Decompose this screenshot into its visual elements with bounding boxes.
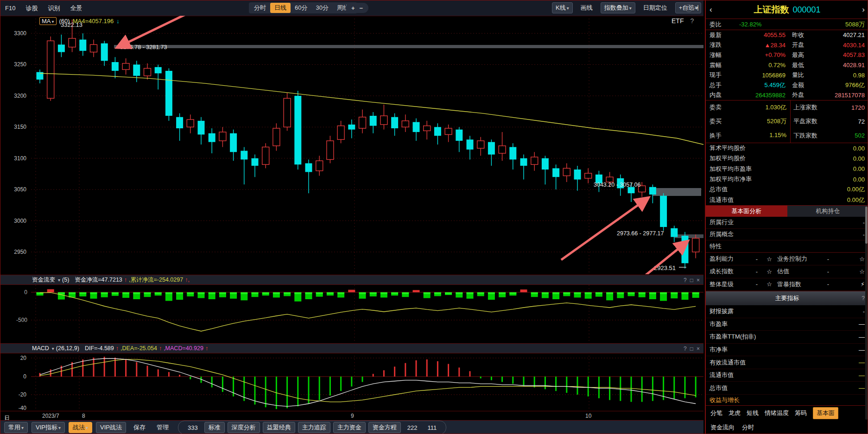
bottom-action-管理[interactable]: 管理: [153, 422, 172, 433]
average-row: 加权平均股价0.00: [706, 153, 868, 164]
star-value: -: [824, 256, 833, 263]
indicator-button-主力资金[interactable]: 主力资金: [333, 422, 366, 433]
bottom-menu-VIP指标[interactable]: VIP指标▾: [32, 422, 65, 433]
svg-text:3000: 3000: [14, 218, 26, 224]
period-tab-60分[interactable]: 60分: [291, 3, 311, 13]
pane-help-icon[interactable]: ?: [684, 277, 687, 283]
quote-label: 涨幅: [710, 51, 735, 59]
star-icon[interactable]: ☆: [761, 281, 777, 288]
pane-close-icon[interactable]: ×: [697, 277, 700, 283]
money-flow-chart[interactable]: 0-500: [0, 285, 703, 343]
indicator-button-333[interactable]: 333: [184, 423, 202, 432]
quote-value: ▲28.34: [735, 42, 786, 49]
quote-value: 264359882: [735, 92, 786, 99]
indicator-button-标准[interactable]: 标准: [204, 422, 225, 433]
top-menu-item-0[interactable]: F10: [5, 5, 15, 12]
zoom-in-button[interactable]: +: [351, 5, 355, 12]
pane-maximize-icon[interactable]: □: [690, 277, 693, 283]
bottom-menu-VIP战法[interactable]: VIP战法: [96, 422, 126, 433]
order-right: 下跌家数502: [790, 129, 868, 143]
pane-maximize-icon[interactable]: □: [690, 346, 693, 352]
metric-row: 市净率—: [706, 344, 868, 357]
zoom-out-button[interactable]: −: [360, 5, 363, 12]
main-indicator-header: 主要指标 ?: [706, 291, 868, 305]
up-arrow-icon: ↑: [159, 345, 162, 352]
panel-tab-分笔[interactable]: 分笔: [710, 409, 722, 417]
star-icon[interactable]: ☆: [833, 256, 865, 263]
svg-text:2973.66 - 2977.17: 2973.66 - 2977.17: [617, 230, 664, 237]
bottom-menu-战法[interactable]: 战法▾: [69, 422, 92, 433]
svg-text:0: 0: [23, 373, 26, 380]
indicator-button-益盟经典[interactable]: 益盟经典: [263, 422, 295, 433]
svg-text:-500: -500: [16, 317, 27, 323]
quote-label: 涨跌: [710, 41, 735, 49]
macd-dea-value: ,DEA=-25.054: [120, 345, 157, 352]
panel-tab-基本面[interactable]: 基本面: [813, 407, 838, 419]
indicator-button-深度分析[interactable]: 深度分析: [228, 422, 260, 433]
metric-value: —: [859, 346, 865, 353]
toolbar-button-K线[interactable]: K线▾: [552, 2, 573, 13]
period-tab-日线[interactable]: 日线: [270, 3, 291, 13]
pane-help-icon[interactable]: ?: [684, 346, 687, 352]
top-menu-item-2[interactable]: 识别: [48, 4, 60, 13]
indicator-button-222[interactable]: 222: [404, 423, 421, 432]
earnings-growth-link[interactable]: 收益与增长: [710, 396, 740, 404]
scrollbar-thumb[interactable]: [865, 207, 868, 244]
star-icon[interactable]: ☆: [833, 268, 865, 275]
toolbar-button-日期定位[interactable]: 日期定位: [640, 3, 671, 13]
panel-tab-情绪温度[interactable]: 情绪温度: [765, 409, 789, 417]
top-menu-item-1[interactable]: 诊股: [25, 4, 38, 13]
average-label: 流通市值: [710, 196, 847, 204]
next-stock-button[interactable]: ›: [862, 5, 865, 14]
order-value: 1.15%: [731, 132, 786, 140]
panel-tab-筹码[interactable]: 筹码: [795, 409, 807, 417]
svg-text:3300: 3300: [14, 30, 26, 37]
prev-stock-button[interactable]: ‹: [710, 5, 712, 14]
star-value: -: [824, 268, 833, 275]
info-row: 所属概念-: [706, 229, 868, 241]
bottom-menu-常用[interactable]: 常用▾: [4, 422, 28, 433]
top-menu-item-3[interactable]: 全景: [70, 4, 82, 13]
panel-tab-分时[interactable]: 分时: [742, 423, 754, 432]
section-help-icon[interactable]: ?: [862, 295, 865, 302]
x-date-label: 9: [351, 413, 354, 419]
tab-基本面分析[interactable]: 基本面分析: [706, 206, 787, 217]
main-kline-chart[interactable]: 330032503200315031003050300029503322.133…: [0, 16, 703, 274]
indicator-button-主力追踪[interactable]: 主力追踪: [298, 422, 330, 433]
metric-label: 有效流通市值: [710, 359, 859, 367]
indicator-button-资金方程[interactable]: 资金方程: [368, 422, 401, 433]
bottom-action-保存[interactable]: 保存: [130, 422, 149, 433]
metric-label: 市盈率: [710, 320, 859, 328]
period-tab-分时[interactable]: 分时: [250, 3, 270, 13]
panel-tab-龙虎[interactable]: 龙虎: [729, 409, 741, 417]
order-grid: 委卖1.030亿上涨家数1720委买5208万平盘家数72换手1.15%下跌家数…: [706, 101, 868, 143]
star-icon[interactable]: ☆: [761, 268, 777, 275]
panel-scrollbar[interactable]: [865, 207, 868, 420]
metric-value: —: [859, 372, 865, 379]
period-tab-30分[interactable]: 30分: [311, 3, 332, 13]
indicator-button-111[interactable]: 111: [424, 423, 440, 432]
quote-value: +0.70%: [735, 51, 786, 58]
toolbar-button-画线[interactable]: 画线: [577, 3, 596, 13]
macd-chart[interactable]: 200-20-40: [0, 352, 703, 411]
flow-title[interactable]: 资金流变: [32, 276, 55, 284]
toolbar-button-指数叠加[interactable]: 指数叠加▾: [601, 2, 635, 13]
help-icon[interactable]: ?: [685, 4, 693, 12]
tab-机构持仓[interactable]: 机构持仓: [787, 206, 868, 217]
order-value: 1720: [830, 104, 865, 111]
pane-close-icon[interactable]: ×: [697, 346, 700, 352]
quote-label: 最新: [710, 31, 735, 39]
collapse-panel-icon[interactable]: »|: [695, 4, 698, 11]
quote-label: 现手: [710, 71, 735, 79]
info-label: 所属概念: [710, 230, 863, 239]
panel-tab-资金流向[interactable]: 资金流向: [710, 423, 735, 432]
lightning-icon[interactable]: ⚡: [833, 281, 865, 288]
quote-label: 最高: [786, 51, 826, 59]
macd-title[interactable]: MACD: [32, 345, 49, 352]
star-icon[interactable]: ☆: [761, 256, 777, 263]
panel-tab-短线[interactable]: 短线: [747, 409, 759, 417]
svg-text:3050: 3050: [14, 186, 26, 193]
macd-macd-value: ,MACD=40.929: [164, 345, 203, 352]
x-date-label: 10: [585, 413, 591, 419]
average-grid: 算术平均股价0.00加权平均股价0.00加权平均市盈率0.00加权平均市净率0.…: [706, 143, 868, 206]
